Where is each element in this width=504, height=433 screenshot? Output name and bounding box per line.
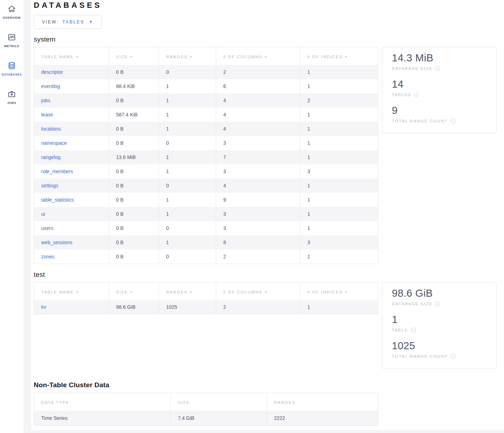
num-indices-cell: 3 bbox=[300, 235, 378, 250]
column-header-num-indices[interactable]: # OF INDICES▾ bbox=[300, 282, 378, 300]
table-name-link[interactable]: jobs bbox=[41, 98, 50, 103]
info-icon[interactable]: i bbox=[451, 119, 456, 124]
num-columns-cell: 4 bbox=[216, 122, 300, 136]
sidebar-item-overview[interactable]: OVERVIEW bbox=[0, 0, 23, 28]
num-indices-cell: 1 bbox=[300, 221, 378, 235]
table-name-link[interactable]: lease bbox=[41, 112, 53, 117]
table-row: kv 98.6 GiB 1025 2 1 bbox=[34, 300, 378, 314]
database-name-heading: test bbox=[34, 271, 504, 279]
home-icon bbox=[7, 4, 16, 13]
column-header-num-columns[interactable]: # OF COLUMNS▾ bbox=[216, 47, 300, 65]
info-icon[interactable]: i bbox=[411, 328, 416, 333]
table-name-link[interactable]: ui bbox=[41, 211, 45, 217]
table-row: lease 587.4 KiB 1 4 1 bbox=[34, 108, 378, 122]
range-count-label: TOTAL RANGE COUNT bbox=[392, 354, 448, 358]
column-header-table-name[interactable]: TABLE NAME▾ bbox=[34, 282, 109, 300]
sidebar-item-databases[interactable]: DATABASES bbox=[0, 57, 23, 85]
column-header-size[interactable]: SIZE▾ bbox=[109, 47, 159, 65]
num-indices-cell: 1 bbox=[300, 136, 378, 150]
sort-caret-icon: ▾ bbox=[345, 55, 347, 59]
table-row: rangelog 13.6 MiB 1 7 1 bbox=[34, 150, 378, 164]
table-name-link[interactable]: role_members bbox=[41, 169, 73, 174]
database-size-label: DATABASE SIZE bbox=[392, 66, 432, 71]
ranges-cell: 1 bbox=[159, 193, 216, 207]
table-name-link[interactable]: web_sessions bbox=[41, 240, 72, 245]
info-icon[interactable]: i bbox=[435, 301, 440, 306]
table-row: locations 0 B 1 4 1 bbox=[34, 122, 378, 136]
sidebar-item-label: METRICS bbox=[4, 44, 19, 48]
size-cell: 0 B bbox=[109, 179, 159, 193]
table-header-row: TABLE NAME▾ SIZE▾ RANGES▾ # OF COLUMNS▾ … bbox=[34, 47, 378, 65]
size-cell: 587.4 KiB bbox=[109, 108, 159, 122]
num-columns-cell: 3 bbox=[216, 221, 300, 235]
table-name-link[interactable]: namespace bbox=[41, 140, 67, 146]
size-cell: 0 B bbox=[109, 122, 159, 136]
ranges-cell: 1 bbox=[159, 108, 216, 122]
table-name-link[interactable]: zones bbox=[41, 254, 54, 259]
table-name-link[interactable]: descriptor bbox=[41, 69, 63, 75]
table-name-link[interactable]: eventlog bbox=[41, 83, 60, 89]
sidebar-item-metrics[interactable]: METRICS bbox=[0, 28, 23, 57]
num-indices-cell: 1 bbox=[300, 179, 378, 193]
non-table-cluster-data-section: Non-Table Cluster Data DATA TYPE SIZE RA… bbox=[34, 381, 504, 426]
num-indices-cell: 1 bbox=[300, 250, 378, 264]
size-cell: 88.4 KiB bbox=[109, 79, 159, 93]
ranges-cell: 0 bbox=[159, 221, 216, 235]
size-cell: 0 B bbox=[109, 250, 159, 264]
info-icon[interactable]: i bbox=[435, 66, 440, 71]
sort-caret-icon: ▾ bbox=[190, 290, 193, 294]
size-cell: 0 B bbox=[109, 207, 159, 221]
size-cell: 98.6 GiB bbox=[109, 300, 159, 314]
column-header-num-columns[interactable]: # OF COLUMNS▾ bbox=[216, 282, 300, 300]
table-row: ui 0 B 1 3 1 bbox=[34, 207, 378, 221]
num-columns-cell: 4 bbox=[216, 108, 300, 122]
sort-caret-icon: ▾ bbox=[76, 55, 79, 59]
table-row: zones 0 B 0 2 1 bbox=[34, 250, 378, 264]
size-cell: 0 B bbox=[109, 235, 159, 250]
column-header-table-name[interactable]: TABLE NAME▾ bbox=[34, 47, 109, 65]
table-name-link[interactable]: settings bbox=[41, 183, 58, 188]
column-header-ranges[interactable]: RANGES▾ bbox=[159, 47, 216, 65]
sort-caret-icon: ▾ bbox=[190, 55, 193, 59]
info-icon[interactable]: i bbox=[451, 354, 456, 359]
table-header-row: DATA TYPE SIZE RANGES bbox=[34, 393, 378, 411]
num-columns-cell: 9 bbox=[216, 193, 300, 207]
column-header-ranges[interactable]: RANGES▾ bbox=[159, 282, 216, 300]
ranges-cell: 1 bbox=[159, 150, 216, 164]
view-selector-dropdown[interactable]: VIEW: TABLES ▼ bbox=[34, 15, 102, 29]
table-name-link[interactable]: locations bbox=[41, 126, 61, 132]
table-header-row: TABLE NAME▾ SIZE▾ RANGES▾ # OF COLUMNS▾ … bbox=[34, 282, 378, 300]
main-content: DATABASES VIEW: TABLES ▼ system TABLE NA… bbox=[31, 0, 504, 430]
briefcase-icon bbox=[7, 89, 16, 99]
table-row: web_sessions 0 B 1 8 3 bbox=[34, 235, 378, 250]
sidebar: OVERVIEW METRICS DATABASES bbox=[0, 0, 23, 433]
table-row: jobs 0 B 1 4 2 bbox=[34, 93, 378, 108]
sidebar-item-jobs[interactable]: JOBS bbox=[0, 85, 23, 114]
range-count-value: 9 bbox=[392, 105, 489, 116]
size-cell: 0 B bbox=[109, 221, 159, 235]
database-section-system: system TABLE NAME▾ SIZE▾ RANGES▾ # OF CO… bbox=[34, 35, 504, 264]
table-name-link[interactable]: users bbox=[41, 225, 53, 231]
column-header-size[interactable]: SIZE▾ bbox=[109, 282, 159, 300]
column-header-ranges: RANGES bbox=[267, 393, 378, 411]
database-icon bbox=[7, 61, 16, 70]
num-indices-cell: 1 bbox=[300, 207, 378, 221]
num-columns-cell: 2 bbox=[216, 250, 300, 264]
database-size-stat: 98.6 GiB DATABASE SIZE i bbox=[392, 287, 489, 306]
table-name-link[interactable]: table_statistics bbox=[41, 197, 74, 203]
num-columns-cell: 3 bbox=[216, 136, 300, 150]
num-columns-cell: 4 bbox=[216, 93, 300, 108]
info-icon[interactable]: i bbox=[414, 92, 419, 97]
table-name-link[interactable]: rangelog bbox=[41, 154, 61, 160]
column-header-num-indices[interactable]: # OF INDICES▾ bbox=[300, 47, 378, 65]
view-selector-label: VIEW: bbox=[42, 19, 59, 24]
sidebar-item-label: OVERVIEW bbox=[3, 16, 21, 20]
page-title: DATABASES bbox=[34, 1, 504, 10]
chevron-down-icon: ▼ bbox=[89, 20, 93, 24]
ranges-cell: 0 bbox=[159, 136, 216, 150]
table-row: Time Series 7.4 GiB 2222 bbox=[34, 411, 378, 426]
ranges-cell: 1025 bbox=[159, 300, 216, 314]
size-cell: 13.6 MiB bbox=[109, 150, 159, 164]
table-row: role_members 0 B 1 3 3 bbox=[34, 164, 378, 179]
table-name-link[interactable]: kv bbox=[41, 304, 46, 310]
